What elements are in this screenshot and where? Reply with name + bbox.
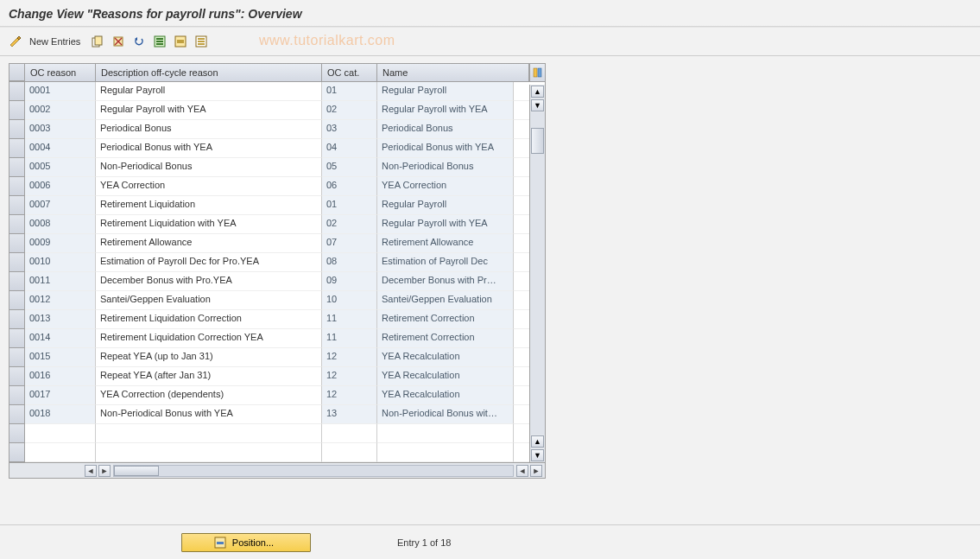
scroll-left-arrow-icon[interactable]: ◄	[85, 465, 97, 477]
toggle-change-icon[interactable]	[7, 33, 24, 50]
cell-description[interactable]: Repeat YEA (after Jan 31)	[96, 367, 322, 386]
cell-name[interactable]: Santei/Geppen Evaluation	[377, 291, 514, 310]
row-selector[interactable]	[9, 310, 25, 329]
cell-description[interactable]: Retirement Liquidation	[96, 196, 322, 215]
table-settings-icon[interactable]	[529, 64, 545, 81]
position-button[interactable]: Position...	[181, 533, 311, 552]
cell-oc-reason[interactable]: 0005	[25, 158, 96, 177]
cell-oc-reason[interactable]: 0017	[25, 386, 96, 405]
cell-description[interactable]: Non-Periodical Bonus with YEA	[96, 405, 322, 424]
scroll-down-arrow-icon[interactable]: ▼	[531, 449, 544, 461]
cell-oc-cat[interactable]: 12	[322, 386, 377, 405]
cell-oc-cat[interactable]: 06	[322, 177, 377, 196]
cell-description[interactable]: Estimation of Payroll Dec for Pro.YEA	[96, 253, 322, 272]
row-selector[interactable]	[9, 234, 25, 253]
cell-name[interactable]: Regular Payroll	[377, 82, 514, 101]
cell-oc-cat[interactable]: 01	[322, 82, 377, 101]
cell-description[interactable]: Retirement Liquidation Correction	[96, 310, 322, 329]
row-selector[interactable]	[9, 120, 25, 139]
hscroll-track[interactable]	[113, 465, 514, 477]
select-all-icon[interactable]	[151, 33, 168, 50]
cell-oc-cat[interactable]: 05	[322, 158, 377, 177]
cell-oc-reason[interactable]	[25, 443, 96, 462]
row-selector[interactable]	[9, 367, 25, 386]
cell-oc-reason[interactable]: 0002	[25, 101, 96, 120]
row-selector[interactable]	[9, 196, 25, 215]
cell-oc-cat[interactable]: 07	[322, 234, 377, 253]
row-selector[interactable]	[9, 405, 25, 424]
cell-oc-cat[interactable]: 12	[322, 348, 377, 367]
cell-name[interactable]: December Bonus with Pr…	[377, 272, 514, 291]
scroll-up-step-icon[interactable]: ▼	[531, 99, 544, 111]
cell-oc-cat[interactable]: 09	[322, 272, 377, 291]
column-header-description[interactable]: Description off-cycle reason	[96, 64, 322, 81]
cell-name[interactable]: Retirement Correction	[377, 329, 514, 348]
row-selector[interactable]	[9, 424, 25, 443]
cell-oc-cat[interactable]: 04	[322, 139, 377, 158]
cell-oc-cat[interactable]: 10	[322, 291, 377, 310]
cell-oc-cat[interactable]: 01	[322, 196, 377, 215]
delete-icon[interactable]	[110, 33, 127, 50]
cell-oc-cat[interactable]: 08	[322, 253, 377, 272]
cell-name[interactable]: Periodical Bonus	[377, 120, 514, 139]
hscroll-thumb[interactable]	[114, 466, 159, 476]
cell-description[interactable]: December Bonus with Pro.YEA	[96, 272, 322, 291]
cell-description[interactable]: YEA Correction	[96, 177, 322, 196]
cell-name[interactable]: Regular Payroll with YEA	[377, 101, 514, 120]
cell-name[interactable]: YEA Recalculation	[377, 367, 514, 386]
row-selector[interactable]	[9, 443, 25, 462]
column-header-name[interactable]: Name	[377, 64, 529, 81]
vscroll-thumb[interactable]	[531, 128, 544, 154]
row-selector[interactable]	[9, 177, 25, 196]
row-selector[interactable]	[9, 215, 25, 234]
vscroll-track[interactable]	[530, 112, 545, 435]
cell-name[interactable]: Regular Payroll with YEA	[377, 215, 514, 234]
scroll-right-end-icon[interactable]: ►	[530, 465, 542, 477]
row-selector[interactable]	[9, 139, 25, 158]
cell-oc-reason[interactable]: 0014	[25, 329, 96, 348]
cell-name[interactable]: Estimation of Payroll Dec	[377, 253, 514, 272]
cell-oc-cat[interactable]: 03	[322, 120, 377, 139]
row-selector[interactable]	[9, 272, 25, 291]
cell-oc-reason[interactable]: 0008	[25, 215, 96, 234]
cell-name[interactable]	[377, 443, 514, 462]
cell-oc-reason[interactable]: 0003	[25, 120, 96, 139]
cell-oc-reason[interactable]: 0006	[25, 177, 96, 196]
cell-oc-reason[interactable]: 0011	[25, 272, 96, 291]
cell-description[interactable]: Repeat YEA (up to Jan 31)	[96, 348, 322, 367]
row-selector[interactable]	[9, 101, 25, 120]
cell-oc-reason[interactable]: 0004	[25, 139, 96, 158]
cell-oc-cat[interactable]	[322, 443, 377, 462]
cell-oc-reason[interactable]: 0007	[25, 196, 96, 215]
row-selector[interactable]	[9, 291, 25, 310]
cell-oc-reason[interactable]: 0013	[25, 310, 96, 329]
scroll-right-arrow-icon[interactable]: ►	[98, 465, 111, 477]
corner-selector[interactable]	[9, 64, 25, 81]
cell-description[interactable]	[96, 443, 322, 462]
cell-oc-reason[interactable]: 0010	[25, 253, 96, 272]
cell-description[interactable]: Non-Periodical Bonus	[96, 158, 322, 177]
cell-oc-reason[interactable]: 0018	[25, 405, 96, 424]
row-selector[interactable]	[9, 253, 25, 272]
cell-description[interactable]	[96, 424, 322, 443]
column-header-oc-reason[interactable]: OC reason	[25, 64, 96, 81]
cell-oc-reason[interactable]	[25, 424, 96, 443]
cell-name[interactable]: Non-Periodical Bonus wit…	[377, 405, 514, 424]
cell-name[interactable]	[377, 424, 514, 443]
cell-oc-reason[interactable]: 0015	[25, 348, 96, 367]
cell-oc-reason[interactable]: 0009	[25, 234, 96, 253]
cell-oc-reason[interactable]: 0012	[25, 291, 96, 310]
cell-oc-cat[interactable]: 11	[322, 329, 377, 348]
cell-description[interactable]: Periodical Bonus	[96, 120, 322, 139]
cell-description[interactable]: Retirement Liquidation with YEA	[96, 215, 322, 234]
row-selector[interactable]	[9, 82, 25, 101]
cell-oc-reason[interactable]: 0016	[25, 367, 96, 386]
cell-name[interactable]: Retirement Allowance	[377, 234, 514, 253]
cell-description[interactable]: Retirement Liquidation Correction YEA	[96, 329, 322, 348]
cell-oc-cat[interactable]: 13	[322, 405, 377, 424]
select-block-icon[interactable]	[172, 33, 189, 50]
row-selector[interactable]	[9, 158, 25, 177]
cell-name[interactable]: Retirement Correction	[377, 310, 514, 329]
scroll-up-arrow-icon[interactable]: ▲	[531, 86, 544, 98]
column-header-oc-cat[interactable]: OC cat.	[322, 64, 377, 81]
